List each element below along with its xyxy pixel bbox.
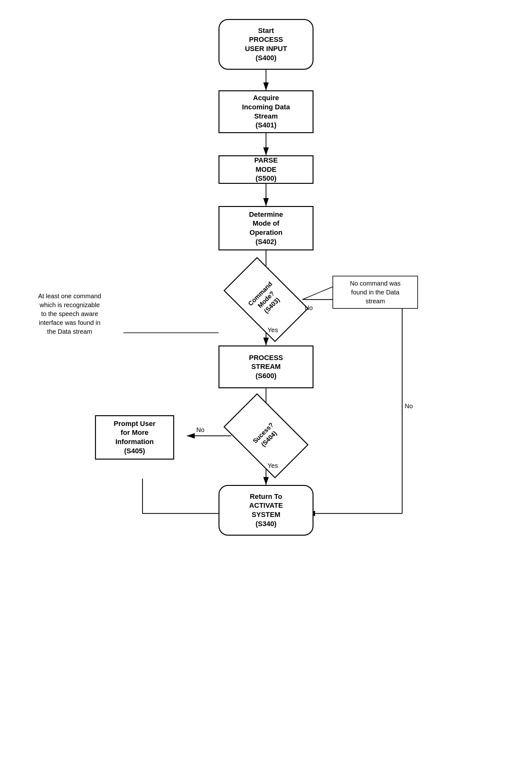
flowchart: Start PROCESS USER INPUT (S400) Acquire …	[0, 0, 532, 774]
no2-label: No	[196, 426, 205, 434]
yes1-label: Yes	[268, 327, 278, 334]
s403-diamond-container: Command Mode? (S403)	[230, 276, 302, 323]
s401-node: Acquire Incoming Data Stream (S401)	[219, 90, 313, 133]
yes2-label: Yes	[268, 462, 278, 469]
s405-node: Prompt User for More Information (S405)	[95, 415, 174, 460]
no1-label: No	[305, 304, 313, 312]
no-command-annotation: No command was found in the Data stream	[333, 276, 418, 309]
no-right-label: No	[405, 403, 413, 410]
s402-node: Determine Mode of Operation (S402)	[219, 206, 313, 251]
start-node: Start PROCESS USER INPUT (S400)	[219, 19, 313, 70]
s500-node: PARSE MODE (S500)	[219, 155, 313, 184]
s600-node: PROCESS STREAM (S600)	[219, 346, 313, 388]
s404-diamond-container: Sucess? (S404)	[230, 412, 302, 460]
yes-command-annotation: At least one command which is recognizab…	[16, 292, 123, 336]
end-node: Return To ACTIVATE SYSTEM (S340)	[219, 485, 313, 536]
